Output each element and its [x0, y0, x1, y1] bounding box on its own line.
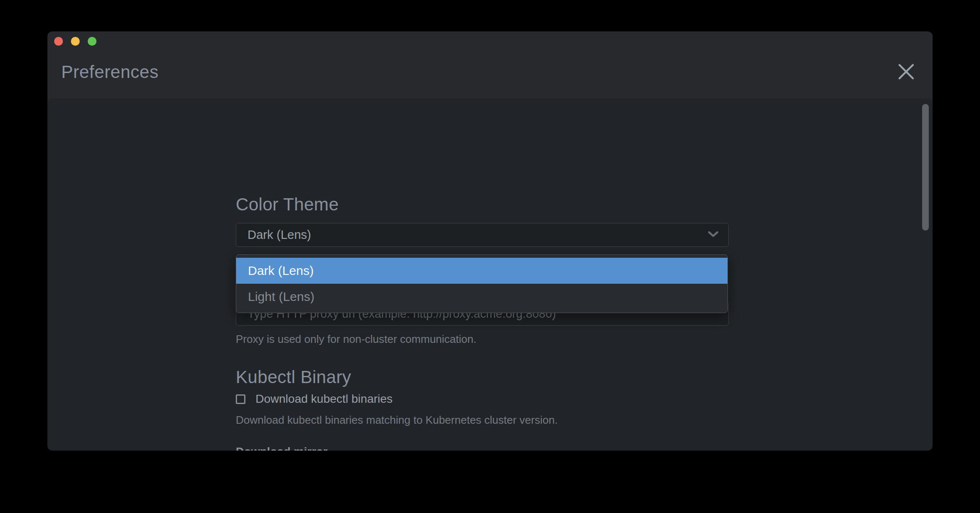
color-theme-select-value: Dark (Lens): [248, 228, 708, 242]
dropdown-option-dark-lens[interactable]: Dark (Lens): [236, 258, 727, 284]
titlebar: Preferences: [47, 31, 933, 98]
kubectl-description: Download kubectl binaries matching to Ku…: [236, 415, 558, 425]
download-kubectl-label: Download kubectl binaries: [255, 393, 393, 405]
dropdown-option-light-lens[interactable]: Light (Lens): [236, 284, 727, 310]
proxy-note: Proxy is used only for non-cluster commu…: [236, 334, 477, 345]
traffic-lights: [54, 37, 96, 46]
minimize-traffic-light[interactable]: [71, 37, 80, 46]
maximize-traffic-light[interactable]: [88, 37, 96, 46]
color-theme-dropdown-menu: Dark (Lens) Light (Lens): [236, 254, 728, 313]
chevron-down-icon: [708, 231, 718, 239]
page-title: Preferences: [61, 63, 159, 81]
color-theme-heading: Color Theme: [236, 196, 729, 213]
close-button[interactable]: [893, 59, 919, 85]
preferences-window: Preferences Color Theme Dark (Lens) Dark…: [47, 31, 933, 451]
download-kubectl-checkbox-row[interactable]: Download kubectl binaries: [236, 393, 393, 405]
scrollbar-thumb[interactable]: [922, 104, 929, 231]
download-mirror-label: Download mirror: [236, 446, 328, 451]
kubectl-binary-heading: Kubectl Binary: [236, 368, 729, 386]
download-kubectl-checkbox[interactable]: [236, 394, 245, 404]
close-traffic-light[interactable]: [54, 37, 63, 46]
color-theme-select[interactable]: Dark (Lens): [236, 223, 729, 247]
preferences-content: Color Theme Dark (Lens) Dark (Lens) Ligh…: [47, 98, 933, 451]
close-icon: [898, 64, 914, 81]
